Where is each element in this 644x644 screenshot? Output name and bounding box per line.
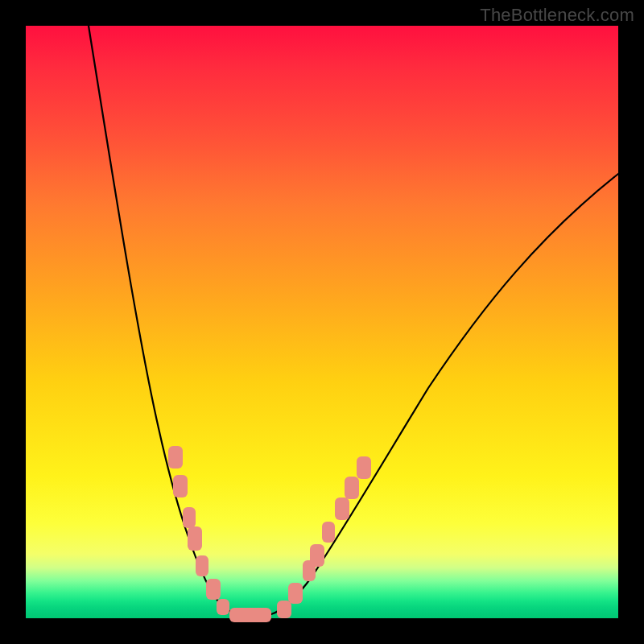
data-marker [335,497,349,520]
data-marker [196,555,208,576]
plot-area [26,26,618,618]
data-marker [229,608,271,622]
watermark-text: TheBottleneck.com [480,5,634,26]
data-marker [277,601,291,618]
data-marker [345,477,359,499]
data-marker [288,583,303,604]
data-marker [357,456,371,479]
bottleneck-curve [89,26,618,616]
data-marker [217,599,229,615]
data-marker [322,522,335,543]
data-marker [310,544,324,567]
data-marker [183,507,196,528]
data-marker [168,446,183,469]
chart-frame: TheBottleneck.com [0,0,644,644]
data-marker [188,526,202,551]
chart-svg [26,26,618,618]
data-marker [173,475,188,497]
data-marker [206,579,221,600]
marker-group [168,446,371,622]
